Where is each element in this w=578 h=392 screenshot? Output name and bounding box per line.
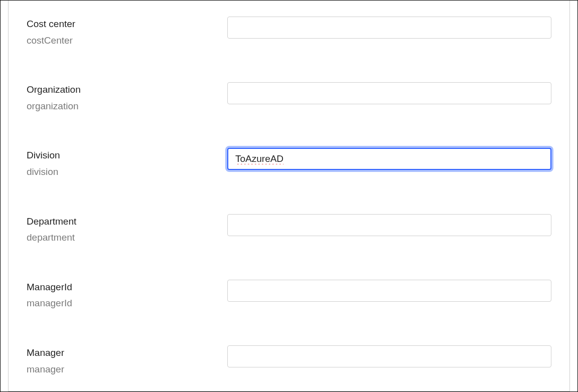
input-col-department [227,213,551,236]
label-col-manager: Manager manager [27,344,227,376]
label-col-cost-center: Cost center costCenter [27,16,227,47]
cost-center-input[interactable] [227,17,551,39]
row-manager-id: ManagerId managerId [27,279,551,310]
manager-id-input[interactable] [227,280,551,302]
label-col-manager-id: ManagerId managerId [27,279,227,310]
sublabel-cost-center: costCenter [27,34,227,48]
label-manager-id: ManagerId [27,281,227,294]
label-department: Department [27,215,227,229]
row-cost-center: Cost center costCenter [27,16,551,47]
form-panel: Cost center costCenter Organization orga… [8,1,570,391]
label-col-organization: Organization organization [27,81,227,113]
window-border: Cost center costCenter Organization orga… [0,0,578,392]
sublabel-organization: organization [27,100,227,113]
sublabel-department: department [27,231,227,245]
label-manager: Manager [27,346,227,360]
label-col-division: Division division [27,147,227,178]
row-division: Division division [27,147,551,178]
input-col-manager [227,344,551,367]
sublabel-division: division [27,165,227,179]
row-organization: Organization organization [27,81,551,113]
department-input[interactable] [227,214,551,236]
label-cost-center: Cost center [27,18,227,31]
row-department: Department department [27,213,551,245]
input-col-manager-id [227,279,551,302]
sublabel-manager: manager [27,363,227,376]
division-input[interactable] [227,148,551,170]
input-col-cost-center [227,16,551,39]
sublabel-manager-id: managerId [27,297,227,310]
input-col-division [227,147,551,170]
manager-input[interactable] [227,345,551,367]
label-division: Division [27,149,227,162]
input-col-organization [227,81,551,104]
label-organization: Organization [27,83,227,97]
row-manager: Manager manager [27,344,551,376]
organization-input[interactable] [227,82,551,104]
label-col-department: Department department [27,213,227,245]
